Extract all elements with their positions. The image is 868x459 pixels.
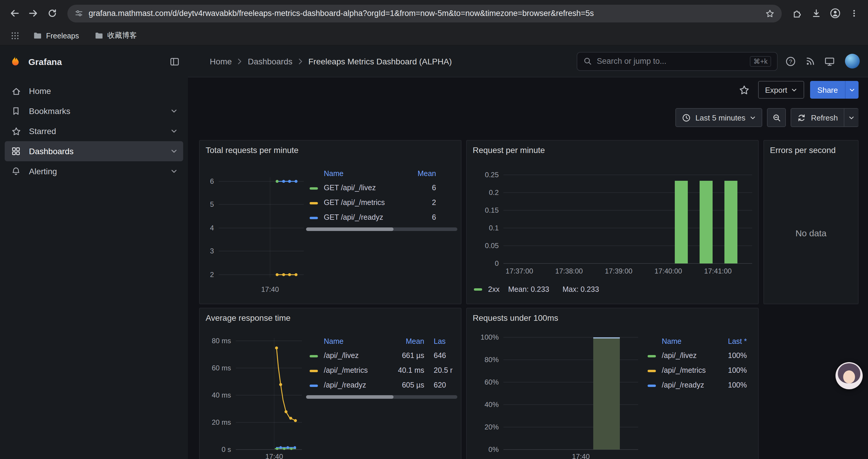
- panel-title[interactable]: Average response time: [200, 308, 461, 323]
- back-icon[interactable]: [6, 5, 23, 22]
- brand-title: Grafana: [28, 57, 163, 66]
- assistant-avatar-bubble[interactable]: [836, 362, 863, 389]
- series-color-blue[interactable]: [310, 384, 318, 387]
- y-tick: 0: [467, 259, 499, 268]
- panel-title[interactable]: Requests under 100ms: [467, 308, 758, 323]
- series-color-yellow[interactable]: [648, 369, 656, 372]
- sidebar: Grafana Home Bookmarks Starred: [0, 45, 188, 459]
- scrollbar-thumb[interactable]: [306, 395, 394, 399]
- panel-errors-per-second: Errors per second No data: [764, 140, 859, 304]
- no-data-message: No data: [764, 228, 858, 238]
- chevron-down-icon: [849, 88, 855, 92]
- series-color-blue[interactable]: [648, 384, 656, 387]
- time-range-picker[interactable]: Last 5 minutes: [675, 108, 763, 127]
- sidebar-item-alerting[interactable]: Alerting: [5, 161, 183, 182]
- panel-requests-under-100ms: Requests under 100ms 100% 80% 60%: [466, 308, 759, 459]
- bookmark-folder-blogs[interactable]: 收藏博客: [91, 29, 140, 42]
- legend-row[interactable]: /api/_/livez 100%: [644, 349, 750, 363]
- share-button[interactable]: Share: [810, 81, 845, 99]
- sidebar-item-starred[interactable]: Starred: [5, 121, 183, 141]
- legend-row[interactable]: /api/_/livez 661 µs 646: [306, 349, 457, 363]
- series-color-green[interactable]: [310, 187, 318, 189]
- legend-max: Max: 0.233: [562, 284, 622, 295]
- breadcrumb-home[interactable]: Home: [210, 57, 232, 66]
- legend-col-mean[interactable]: Mean: [389, 167, 436, 181]
- legend-col-name[interactable]: Name: [662, 334, 682, 349]
- scrollbar-thumb[interactable]: [306, 227, 394, 231]
- sidebar-item-bookmarks[interactable]: Bookmarks: [5, 101, 183, 121]
- export-button[interactable]: Export: [758, 81, 804, 99]
- y-tick: 0.05: [467, 241, 499, 250]
- user-avatar[interactable]: [845, 54, 860, 68]
- collapse-sidebar-icon[interactable]: [169, 57, 180, 66]
- downloads-icon[interactable]: [808, 5, 824, 22]
- series-color-green[interactable]: [310, 355, 318, 357]
- monitor-icon[interactable]: [823, 55, 836, 68]
- help-icon[interactable]: ?: [784, 55, 797, 68]
- panel-title[interactable]: Request per minute: [467, 140, 758, 155]
- legend-row[interactable]: /api/_/readyz 100%: [644, 378, 750, 393]
- legend-row[interactable]: /api/_/readyz 605 µs 620: [306, 378, 457, 393]
- series-color-green[interactable]: [648, 355, 656, 357]
- chevron-down-icon[interactable]: [171, 169, 177, 174]
- sidebar-item-label: Alerting: [29, 167, 57, 176]
- sidebar-item-label: Bookmarks: [29, 106, 70, 116]
- panel-average-response-time: Average response time: [199, 308, 462, 459]
- series-color-blue[interactable]: [310, 217, 318, 219]
- sidebar-item-home[interactable]: Home: [5, 81, 183, 101]
- legend-row[interactable]: GET /api/_/livez 6: [306, 181, 457, 196]
- grafana-header: Home Dashboards Freeleaps Metrics Dashbo…: [188, 45, 868, 77]
- refresh-button[interactable]: Refresh: [791, 108, 844, 127]
- forward-icon[interactable]: [25, 5, 41, 22]
- legend-inline: 2xx Mean: 0.233 Max: 0.233: [470, 284, 754, 295]
- legend-col-name[interactable]: Name: [324, 167, 344, 181]
- chevron-down-icon[interactable]: [171, 109, 177, 113]
- legend-col-last[interactable]: Last *: [706, 334, 747, 349]
- bookmark-folder-freeleaps[interactable]: Freeleaps: [30, 30, 83, 42]
- legend-col-mean[interactable]: Mean: [377, 334, 424, 349]
- url-input[interactable]: [89, 9, 760, 18]
- dashboard-actions: Export Share: [737, 80, 859, 100]
- reload-icon[interactable]: [44, 5, 60, 22]
- bookmark-star-icon[interactable]: [765, 8, 775, 18]
- zoom-out-button[interactable]: [767, 108, 786, 127]
- legend-scrollbar[interactable]: [306, 227, 457, 231]
- chevron-down-icon[interactable]: [171, 149, 177, 154]
- profile-icon[interactable]: [827, 5, 843, 22]
- grafana-logo[interactable]: [8, 55, 22, 68]
- extensions-icon[interactable]: [789, 5, 805, 22]
- legend-row[interactable]: GET /api/_/metrics 2: [306, 196, 457, 210]
- series-color-yellow[interactable]: [310, 369, 318, 372]
- series-color-green[interactable]: [474, 288, 482, 291]
- panel-title[interactable]: Errors per second: [764, 140, 858, 155]
- apps-grid-icon[interactable]: [8, 29, 21, 42]
- url-bar[interactable]: [67, 4, 782, 22]
- site-info-icon[interactable]: [74, 9, 83, 18]
- y-tick: 3: [200, 247, 214, 255]
- share-dropdown-button[interactable]: [845, 81, 859, 99]
- search-box[interactable]: ⌘+k: [577, 52, 778, 71]
- screen: Freeleaps 收藏博客 Grafana: [0, 0, 868, 459]
- series-color-yellow[interactable]: [310, 202, 318, 204]
- refresh-interval-dropdown[interactable]: [844, 108, 859, 127]
- sidebar-item-dashboards[interactable]: Dashboards: [5, 141, 183, 161]
- legend-row[interactable]: GET /api/_/readyz 6: [306, 210, 457, 225]
- menu-kebab-icon[interactable]: [845, 5, 862, 22]
- y-tick: 5: [200, 200, 214, 208]
- panel-title[interactable]: Total requests per minute: [200, 140, 461, 155]
- favorite-star-icon[interactable]: [737, 82, 752, 97]
- refresh-button-group: Refresh: [791, 108, 859, 127]
- legend-row[interactable]: /api/_/metrics 40.1 ms 20.5 r: [306, 363, 457, 378]
- chevron-down-icon[interactable]: [171, 129, 177, 133]
- legend-row[interactable]: /api/_/metrics 100%: [644, 363, 750, 378]
- y-tick: 20 ms: [200, 418, 231, 427]
- news-rss-icon[interactable]: [804, 55, 816, 68]
- search-input[interactable]: [597, 57, 745, 66]
- bell-icon: [11, 166, 21, 177]
- y-tick: 40%: [467, 400, 499, 409]
- legend-scrollbar[interactable]: [306, 395, 457, 399]
- legend-col-name[interactable]: Name: [324, 334, 344, 349]
- legend-row[interactable]: 2xx Mean: 0.233 Max: 0.233: [470, 284, 754, 295]
- legend-col-last[interactable]: Las: [434, 334, 457, 349]
- breadcrumb-dashboards[interactable]: Dashboards: [248, 57, 292, 66]
